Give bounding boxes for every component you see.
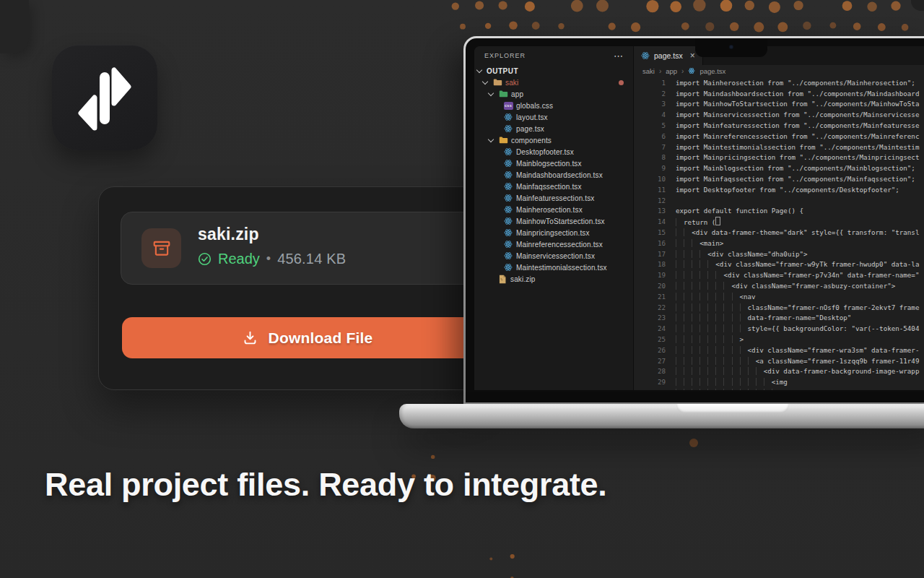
tree-item-label: app	[511, 90, 523, 98]
code-line: 7import Maintestimonialssection from "..…	[634, 142, 924, 152]
code-line: 5import Mainfeaturessection from "../com…	[634, 120, 924, 131]
tree-item-label: saki.zip	[510, 275, 536, 283]
breadcrumb-item-page-tsx[interactable]: page.tsx	[699, 67, 725, 75]
tab-label: page.tsx	[654, 51, 683, 60]
code-line: 16 <main>	[634, 238, 924, 249]
tree-item-maintestimonialssection-tsx[interactable]: Maintestimonialssection.tsx	[474, 262, 633, 273]
explorer-panel: EXPLORER ⋯ OUTPUTsakiappcssglobals.cssla…	[474, 46, 634, 390]
breadcrumb: saki › app › page.tsx	[634, 65, 924, 77]
code-line: 2import Maindashboardsection from "../co…	[634, 88, 924, 99]
explorer-title: EXPLORER	[484, 52, 526, 59]
laptop-screen: EXPLORER ⋯ OUTPUTsakiappcssglobals.cssla…	[463, 36, 924, 405]
editor-pane: page.tsx × saki › app ›	[634, 46, 924, 390]
react-icon	[504, 228, 513, 237]
code-line: 9import Mainblogsection from "../compone…	[634, 163, 924, 173]
tree-item-mainreferencessection-tsx[interactable]: Mainreferencessection.tsx	[474, 238, 633, 250]
react-icon	[504, 194, 513, 202]
tree-item-maindashboardsection-tsx[interactable]: Maindashboardsection.tsx	[474, 169, 633, 181]
code-area[interactable]: 1import Mainherosection from "../compone…	[634, 77, 924, 390]
code-line: 20 <div className="framer-asbuzy-contain…	[634, 280, 924, 291]
code-line: 30 src="https://framerusercontent.com/	[634, 387, 924, 390]
code-line: 24 style={{ backgroundColor: "var(--toke…	[634, 323, 924, 334]
chevron-down-icon	[482, 78, 488, 84]
folder-icon	[499, 90, 508, 98]
tree-item-mainfaqssection-tsx[interactable]: Mainfaqssection.tsx	[474, 181, 633, 192]
tree-item-mainhowtostartsection-tsx[interactable]: MainhowToStartsection.tsx	[474, 215, 633, 227]
tree-item-output[interactable]: OUTPUT	[474, 65, 633, 77]
file-chip: saki.zip Ready • 456.14 KB	[121, 212, 497, 285]
code-line: 23 data-framer-name="Desktop"	[634, 313, 924, 324]
code-line: 22 className="framer-nOsf0 framer-2ekvt7…	[634, 302, 924, 313]
laptop-notch	[695, 38, 767, 57]
tree-item-layout-tsx[interactable]: layout.tsx	[474, 111, 633, 123]
file-name: saki.zip	[198, 225, 259, 244]
code-line: 25 >	[634, 334, 924, 345]
tree-item-mainpricingsection-tsx[interactable]: Mainpricingsection.tsx	[474, 227, 633, 238]
react-icon	[504, 217, 513, 225]
breadcrumb-separator: ›	[681, 67, 684, 75]
breadcrumb-item-saki[interactable]: saki	[642, 67, 655, 75]
tree-item-label: globals.css	[516, 102, 553, 110]
tree-item-mainherosection-tsx[interactable]: Mainherosection.tsx	[474, 204, 633, 215]
tree-item-page-tsx[interactable]: page.tsx	[474, 123, 633, 134]
laptop-lid-groove	[676, 404, 789, 413]
react-icon	[504, 205, 513, 214]
tree-item-label: Mainservicessection.tsx	[516, 252, 595, 260]
tree-item-label: Maintestimonialssection.tsx	[516, 264, 607, 272]
tree-item-saki-zip[interactable]: saki.zip	[474, 273, 633, 285]
tree-item-mainservicessection-tsx[interactable]: Mainservicessection.tsx	[474, 250, 633, 262]
code-line: 15 <div data-framer-theme="dark" style={…	[634, 227, 924, 238]
css-file-icon: css	[504, 102, 513, 110]
tab-close-icon[interactable]: ×	[690, 51, 695, 61]
code-line: 21 <nav	[634, 291, 924, 302]
tree-item-label: Maindashboardsection.tsx	[516, 171, 603, 179]
tree-item-desktopfooter-tsx[interactable]: Desktopfooter.tsx	[474, 146, 633, 158]
archive-icon-tile	[141, 228, 181, 268]
tree-item-mainblogsection-tsx[interactable]: Mainblogsection.tsx	[474, 158, 633, 169]
marketing-banner: saki.zip Ready • 456.14 KB Download File	[0, 0, 924, 578]
react-icon	[504, 124, 513, 133]
code-line: 28 <div data-framer-background-image-wra…	[634, 366, 924, 377]
download-file-button[interactable]: Download File	[122, 317, 493, 358]
code-line: 11import Desktopfooter from "../componen…	[634, 184, 924, 195]
react-icon	[688, 67, 695, 74]
react-icon	[504, 113, 513, 121]
code-line: 4import Mainservicessection from "../com…	[634, 109, 924, 120]
tree-item-label: OUTPUT	[487, 67, 518, 75]
code-line: 19 <div className="framer-p7v34n" data-f…	[634, 269, 924, 280]
archive-icon	[152, 239, 171, 258]
file-size: 456.14 KB	[277, 251, 346, 267]
tree-item-mainfeaturessection-tsx[interactable]: Mainfeaturessection.tsx	[474, 192, 633, 204]
tab-page-tsx[interactable]: page.tsx ×	[634, 46, 703, 65]
react-icon	[504, 263, 513, 272]
camera-icon	[729, 45, 733, 49]
code-editor-window: EXPLORER ⋯ OUTPUTsakiappcssglobals.cssla…	[474, 46, 924, 390]
react-icon	[504, 159, 513, 168]
headline: Real project files. Ready to integrate.	[45, 466, 607, 504]
code-line: 14 return (	[634, 216, 924, 227]
tree-item-label: Mainfaqssection.tsx	[516, 183, 582, 191]
tree-item-label: Mainherosection.tsx	[516, 206, 583, 214]
tree-item-saki[interactable]: saki	[474, 77, 633, 88]
tree-item-components[interactable]: components	[474, 134, 633, 146]
tree-item-app[interactable]: app	[474, 88, 633, 100]
tree-item-label: layout.tsx	[516, 113, 548, 121]
tree-item-label: Mainblogsection.tsx	[516, 160, 582, 168]
tree-item-label: components	[511, 137, 552, 144]
tree-item-label: Mainfeaturessection.tsx	[516, 194, 595, 202]
explorer-header: EXPLORER ⋯	[474, 46, 633, 65]
tree-item-globals-css[interactable]: cssglobals.css	[474, 100, 633, 111]
react-icon	[504, 182, 513, 191]
tree-item-label: Mainpricingsection.tsx	[516, 229, 590, 237]
decor-corner-top-right	[911, 0, 924, 11]
react-icon	[504, 147, 513, 156]
download-card: saki.zip Ready • 456.14 KB Download File	[98, 186, 478, 390]
code-line: 10import Mainfaqssection from "../compon…	[634, 173, 924, 184]
laptop-base	[399, 404, 924, 428]
decor-corner-top-left	[0, 0, 29, 53]
file-status: Ready • 456.14 KB	[198, 251, 346, 267]
breadcrumb-item-app[interactable]: app	[666, 67, 677, 75]
breadcrumb-separator: ›	[659, 67, 661, 75]
tree-item-label: MainhowToStartsection.tsx	[516, 217, 605, 225]
more-actions-icon[interactable]: ⋯	[614, 51, 623, 61]
